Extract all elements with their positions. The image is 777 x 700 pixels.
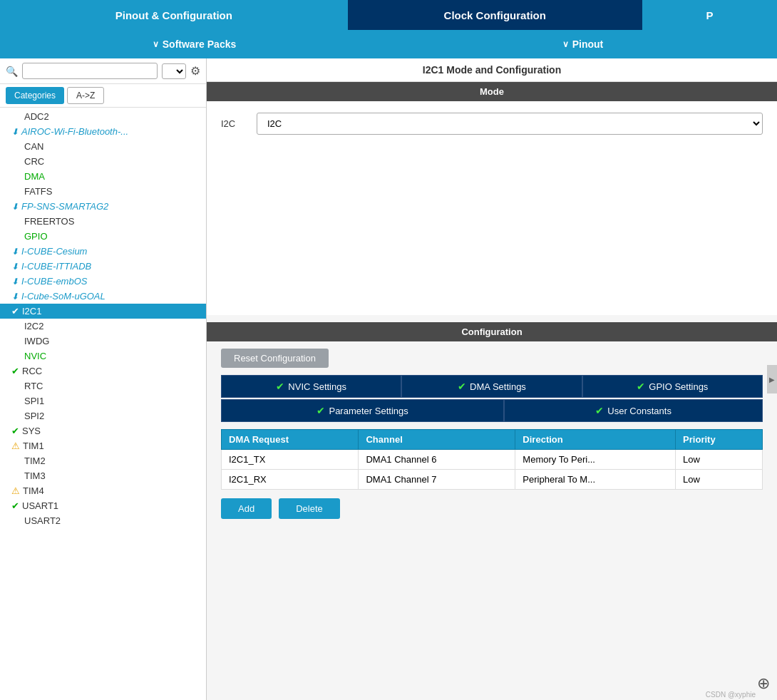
sidebar-item-label: FP-SNS-SMARTAG2 <box>21 201 108 212</box>
cell-channel: DMA1 Channel 6 <box>359 450 515 470</box>
warning-icon: ⚠ <box>11 485 20 496</box>
sidebar-item-label: SYS <box>22 426 41 436</box>
sidebar-item-sys[interactable]: ✔SYS <box>0 423 206 438</box>
mode-body: I2C I2C Disable SMBus-Alert-mode SMBus-D… <box>207 101 777 315</box>
sidebar-item-i-cube-embos[interactable]: ⬇I-CUBE-embOS <box>0 274 206 289</box>
search-icon: 🔍 <box>6 66 18 77</box>
sidebar-item-gpio[interactable]: GPIO <box>0 229 206 244</box>
config-section: Configuration Reset Configuration ✔ NVIC… <box>207 322 777 519</box>
tab-p[interactable]: P <box>642 0 777 30</box>
check-icon: ✔ <box>11 366 19 376</box>
sidebar-item-i-cube-cesium[interactable]: ⬇I-CUBE-Cesium <box>0 244 206 259</box>
sidebar-item-rtc[interactable]: RTC <box>0 379 206 393</box>
sidebar-item-label: I-CUBE-Cesium <box>21 246 87 257</box>
cell-direction: Peripheral To M... <box>515 470 676 490</box>
add-button[interactable]: Add <box>221 498 272 519</box>
sidebar-item-spi2[interactable]: SPI2 <box>0 408 206 423</box>
sidebar-item-label: USART2 <box>24 515 61 526</box>
action-buttons: Add Delete <box>221 498 763 519</box>
sidebar-item-i2c2[interactable]: I2C2 <box>0 319 206 334</box>
tab-gpio-settings[interactable]: ✔ GPIO Settings <box>582 375 763 398</box>
sub-header: ∨ Software Packs ∨ Pinout <box>0 30 777 58</box>
sidebar-item-label: RTC <box>24 381 43 391</box>
sidebar-item-usart1[interactable]: ✔USART1 <box>0 498 206 513</box>
content-area: ▶ I2C1 Mode and Configuration Mode I2C I… <box>207 58 777 700</box>
check-icon: ✔ <box>11 426 19 436</box>
sidebar-item-fp-sns[interactable]: ⬇FP-SNS-SMARTAG2 <box>0 199 206 214</box>
tab-nvic-settings[interactable]: ✔ NVIC Settings <box>221 375 401 398</box>
settings-tabs-container: ✔ NVIC Settings ✔ DMA Settings ✔ GPIO Se… <box>221 375 763 422</box>
sidebar-item-usart2[interactable]: USART2 <box>0 513 206 528</box>
sidebar-item-label: ADC2 <box>24 111 49 122</box>
cell-priority: Low <box>676 450 763 470</box>
sidebar-item-label: TIM4 <box>23 485 44 496</box>
sidebar-item-label: FREERTOS <box>24 216 74 227</box>
gear-icon[interactable]: ⚙ <box>190 64 200 78</box>
sidebar-item-tim1[interactable]: ⚠TIM1 <box>0 438 206 453</box>
chevron-software-packs-icon: ∨ <box>153 39 159 49</box>
sidebar-item-label: GPIO <box>24 231 48 242</box>
sidebar-item-tim3[interactable]: TIM3 <box>0 468 206 483</box>
sidebar-item-label: CAN <box>24 141 43 152</box>
sidebar-item-rcc[interactable]: ✔RCC <box>0 364 206 379</box>
sidebar-item-label: I2C2 <box>24 321 43 331</box>
warning-icon: ⚠ <box>11 441 20 451</box>
delete-button[interactable]: Delete <box>279 498 340 519</box>
sidebar-item-airoc[interactable]: ⬇AIROC-Wi-Fi-Bluetooth-... <box>0 124 206 139</box>
col-dma-request: DMA Request <box>222 430 359 450</box>
sidebar-item-dma[interactable]: DMA <box>0 169 206 184</box>
cell-direction: Memory To Peri... <box>515 450 676 470</box>
sidebar-item-iwdg[interactable]: IWDG <box>0 334 206 349</box>
reset-config-button[interactable]: Reset Configuration <box>221 349 329 368</box>
search-dropdown[interactable] <box>162 63 186 79</box>
sidebar-item-fatfs[interactable]: FATFS <box>0 184 206 199</box>
sidebar-item-tim2[interactable]: TIM2 <box>0 453 206 468</box>
table-row[interactable]: I2C1_RX DMA1 Channel 7 Peripheral To M..… <box>222 470 763 490</box>
tab-pinout[interactable]: Pinout & Configuration <box>0 0 348 30</box>
tab-clock[interactable]: Clock Configuration <box>348 0 642 30</box>
cell-priority: Low <box>676 470 763 490</box>
sub-tab-software-packs[interactable]: ∨ Software Packs <box>0 30 388 58</box>
download-icon: ⬇ <box>11 262 19 272</box>
sidebar-item-label: RCC <box>22 366 42 376</box>
sub-tab-pinout[interactable]: ∨ Pinout <box>388 30 777 58</box>
tab-user-constants[interactable]: ✔ User Constants <box>504 399 763 422</box>
i2c-select[interactable]: I2C Disable SMBus-Alert-mode SMBus-Devic… <box>257 113 763 135</box>
search-input[interactable] <box>22 63 158 79</box>
cell-dma-request: I2C1_TX <box>222 450 359 470</box>
col-channel: Channel <box>359 430 515 450</box>
sidebar-item-i2c1[interactable]: ✔I2C1 <box>0 304 206 319</box>
search-bar: 🔍 ⚙ <box>0 58 206 84</box>
collapse-handle[interactable]: ▶ <box>767 365 777 393</box>
sidebar-item-tim4[interactable]: ⚠TIM4 <box>0 483 206 498</box>
download-icon: ⬇ <box>11 202 19 212</box>
sidebar-item-spi1[interactable]: SPI1 <box>0 393 206 408</box>
download-icon: ⬇ <box>11 292 19 302</box>
sidebar-item-freertos[interactable]: FREERTOS <box>0 214 206 229</box>
selected-check-icon: ✔ <box>11 306 19 316</box>
sidebar-item-crc[interactable]: CRC <box>0 154 206 169</box>
sidebar-item-adc2[interactable]: ADC2 <box>0 109 206 124</box>
sidebar-item-i-cube-ittiadb[interactable]: ⬇I-CUBE-ITTIADB <box>0 259 206 274</box>
download-icon: ⬇ <box>11 277 19 287</box>
sidebar-item-label: I-Cube-SoM-uGOAL <box>21 291 106 302</box>
tab-parameter-settings[interactable]: ✔ Parameter Settings <box>221 399 504 422</box>
tab-az[interactable]: A->Z <box>67 87 104 104</box>
tab-dma-settings[interactable]: ✔ DMA Settings <box>401 375 582 398</box>
sidebar-item-label: SPI1 <box>24 396 44 406</box>
watermark: CSDN @xyphie <box>706 691 756 699</box>
content-title: I2C1 Mode and Configuration <box>207 58 777 82</box>
sidebar-item-nvic[interactable]: NVIC <box>0 349 206 364</box>
tab-categories[interactable]: Categories <box>6 87 64 104</box>
config-section-header: Configuration <box>207 322 777 341</box>
dma-table: DMA Request Channel Direction Priority I… <box>221 429 763 490</box>
col-direction: Direction <box>515 430 676 450</box>
cell-channel: DMA1 Channel 7 <box>359 470 515 490</box>
mode-section-header: Mode <box>207 82 777 101</box>
gpio-check-icon: ✔ <box>637 381 645 392</box>
zoom-icon[interactable]: ⊕ <box>757 674 770 693</box>
sidebar-item-can[interactable]: CAN <box>0 139 206 154</box>
table-row[interactable]: I2C1_TX DMA1 Channel 6 Memory To Peri...… <box>222 450 763 470</box>
sidebar-item-label: TIM1 <box>23 441 44 451</box>
sidebar-item-i-cube-som-ugoal[interactable]: ⬇I-Cube-SoM-uGOAL <box>0 289 206 304</box>
